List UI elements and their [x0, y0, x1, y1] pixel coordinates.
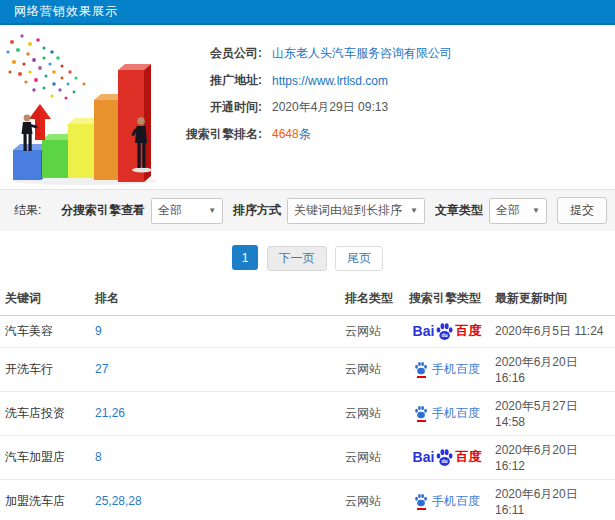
promotion-url-link[interactable]: https://www.lrtlsd.com [272, 74, 388, 88]
engine-rank-row: 搜索引擎排名: 4648条 [172, 121, 452, 148]
engine-cell: Bai du 百度 [404, 479, 490, 520]
bar-red [118, 64, 151, 182]
updated-cell: 2020年6月5日 11:24 [490, 315, 615, 347]
chevron-down-icon: ▼ [532, 206, 540, 215]
header-updated: 最新更新时间 [490, 282, 615, 316]
table-head: 关键词 排名 排名类型 搜索引擎类型 最新更新时间 [0, 282, 615, 316]
submit-button[interactable]: 提交 [557, 197, 607, 224]
open-time-label: 开通时间: [172, 99, 262, 116]
article-type-label: 文章类型 [435, 202, 483, 219]
top-section: 会员公司: 山东老人头汽车服务咨询有限公司 推广地址: https://www.… [0, 25, 615, 189]
keyword-cell: 开洗车行 [0, 347, 90, 391]
baidu-paw-icon: du [435, 448, 454, 467]
header-engine-type: 搜索引擎类型 [404, 282, 490, 316]
open-time-value: 2020年4月29日 09:13 [272, 99, 388, 116]
table-body: 汽车美容 9 云网站 Bai du 百度 [0, 315, 615, 520]
app-header: 网络营销效果展示 [0, 0, 615, 25]
svg-text:du: du [442, 458, 448, 464]
updated-cell: 2020年6月20日 16:16 [490, 347, 615, 391]
up-arrow-icon [29, 104, 51, 140]
chevron-down-icon: ▼ [208, 206, 216, 215]
keyword-cell: 汽车美容 [0, 315, 90, 347]
confetti-dots [6, 34, 85, 99]
table-row: 洗车店投资 21,26 云网站 Bai du 百度 [0, 391, 615, 435]
rank-type-cell: 云网站 [340, 315, 404, 347]
updated-cell: 2020年6月20日 16:11 [490, 479, 615, 520]
engine-rank-label: 搜索引擎排名: [172, 126, 262, 143]
engine-rank-value: 4648条 [272, 126, 311, 143]
rank-link[interactable]: 25,28,28 [95, 494, 142, 508]
rank-count: 4648 [272, 127, 299, 141]
table-row: 汽车美容 9 云网站 Bai du 百度 [0, 315, 615, 347]
baidu-mobile-logo: 手机百度 [414, 405, 480, 422]
rank-type-cell: 云网站 [340, 479, 404, 520]
engine-filter-label: 分搜索引擎查看 [61, 202, 145, 219]
sort-select[interactable]: 关键词由短到长排序 ▼ [287, 198, 425, 224]
svg-text:du: du [442, 332, 448, 338]
open-time-row: 开通时间: 2020年4月29日 09:13 [172, 94, 452, 121]
baidu-paw-icon: du [435, 322, 454, 341]
baidu-paw-icon [414, 361, 428, 375]
company-row: 会员公司: 山东老人头汽车服务咨询有限公司 [172, 40, 452, 67]
engine-filter-select[interactable]: 全部 ▼ [151, 198, 223, 224]
paw-underline [417, 376, 426, 378]
rank-type-cell: 云网站 [340, 435, 404, 479]
baidu-pc-logo: Bai du 百度 [413, 322, 482, 341]
rank-link[interactable]: 21,26 [95, 406, 125, 420]
rank-link[interactable]: 9 [95, 324, 102, 338]
keyword-cell: 洗车店投资 [0, 391, 90, 435]
keyword-cell: 加盟洗车店 [0, 479, 90, 520]
baidu-mobile-logo: 手机百度 [414, 493, 480, 510]
paw-underline [417, 420, 426, 422]
table-row: 汽车加盟店 8 云网站 Bai du 百度 [0, 435, 615, 479]
page-title: 网络营销效果展示 [14, 3, 118, 20]
table-row: 开洗车行 27 云网站 Bai du 百度 [0, 347, 615, 391]
engine-cell: Bai du 百度 [404, 347, 490, 391]
engine-cell: Bai du 百度 [404, 391, 490, 435]
bar-chart-illustration [0, 28, 172, 188]
baidu-pc-logo: Bai du 百度 [413, 448, 482, 467]
header-rank-type: 排名类型 [340, 282, 404, 316]
paw-underline [417, 508, 426, 510]
rank-type-cell: 云网站 [340, 347, 404, 391]
rank-link[interactable]: 8 [95, 450, 102, 464]
article-type-select[interactable]: 全部 ▼ [489, 198, 547, 224]
result-label: 结果: [14, 202, 41, 219]
growth-chart-graphic [0, 28, 172, 188]
company-link[interactable]: 山东老人头汽车服务咨询有限公司 [272, 45, 452, 62]
header-keyword: 关键词 [0, 282, 90, 316]
sort-label: 排序方式 [233, 202, 281, 219]
baidu-paw-icon [414, 405, 428, 419]
table-header-row: 关键词 排名 排名类型 搜索引擎类型 最新更新时间 [0, 282, 615, 316]
page-1-button[interactable]: 1 [232, 245, 258, 270]
updated-cell: 2020年6月20日 16:12 [490, 435, 615, 479]
updated-cell: 2020年5月27日 14:58 [490, 391, 615, 435]
baidu-paw-icon [414, 493, 428, 507]
page: 网络营销效果展示 [0, 0, 615, 520]
filter-bar: 结果: 分搜索引擎查看 全部 ▼ 排序方式 关键词由短到长排序 ▼ 文章类型 全… [0, 189, 615, 231]
company-info: 会员公司: 山东老人头汽车服务咨询有限公司 推广地址: https://www.… [172, 28, 452, 189]
url-row: 推广地址: https://www.lrtlsd.com [172, 67, 452, 94]
company-label: 会员公司: [172, 45, 262, 62]
table-row: 加盟洗车店 25,28,28 云网站 Bai du 百度 [0, 479, 615, 520]
next-page-button[interactable]: 下一页 [267, 246, 327, 271]
rank-link[interactable]: 27 [95, 362, 108, 376]
url-label: 推广地址: [172, 72, 262, 89]
baidu-mobile-logo: 手机百度 [414, 361, 480, 378]
rank-unit: 条 [299, 127, 311, 141]
keyword-cell: 汽车加盟店 [0, 435, 90, 479]
results-table: 关键词 排名 排名类型 搜索引擎类型 最新更新时间 汽车美容 9 云网站 Bai [0, 282, 615, 520]
chevron-down-icon: ▼ [410, 206, 418, 215]
header-rank: 排名 [90, 282, 340, 316]
engine-cell: Bai du 百度 [404, 435, 490, 479]
rank-type-cell: 云网站 [340, 391, 404, 435]
pagination: 1 下一页 尾页 [0, 231, 615, 282]
last-page-button[interactable]: 尾页 [335, 246, 383, 271]
engine-cell: Bai du 百度 [404, 315, 490, 347]
